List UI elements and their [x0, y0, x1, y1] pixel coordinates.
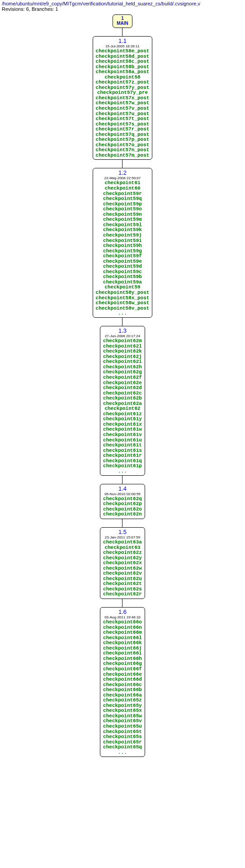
connector	[122, 519, 122, 527]
tag-label: checkpoint59f	[96, 254, 150, 259]
main-branch-box: 1 MAIN	[113, 14, 132, 28]
revision-stats: Revisions: 6, Branches: 1	[2, 6, 58, 12]
header: /home/ubuntu/mnt/e9_copy/MITgcm/verifica…	[0, 0, 245, 13]
revision-date: 23-Jan-2011 15:07:59	[103, 535, 142, 539]
connector	[122, 476, 122, 484]
tag-label: checkpoint57m_post	[96, 153, 150, 158]
tag-label: checkpoint59h	[96, 243, 150, 249]
tag-label: checkpoint65s	[103, 734, 142, 740]
tag-label: checkpoint62n	[103, 512, 142, 517]
revision-date: 09-Nov-2010 02:00:59	[103, 492, 142, 496]
file-path: /home/ubuntu/mnt/e9_copy/MITgcm/verifica…	[2, 1, 200, 6]
tag-label: checkpoint59q	[96, 196, 150, 202]
revision-box: 1.327-Jun-2008 20:17:24checkpoint62mchec…	[100, 326, 145, 476]
tag-label: checkpoint58y_post	[96, 290, 150, 296]
revision-date: 27-Jun-2008 20:17:24	[103, 334, 142, 338]
tag-label: checkpoint58w_post	[96, 301, 150, 306]
main-num: 1	[117, 16, 128, 21]
revision-number: 1.1	[96, 37, 150, 44]
revision-date: 15-Jul-2005 18:39:11	[96, 44, 150, 48]
connector	[122, 160, 122, 168]
tag-label: checkpoint62m	[103, 339, 142, 344]
tag-label: checkpoint65q	[103, 745, 142, 750]
revision-box: 1.115-Jul-2005 18:39:11checkpoint58e_pos…	[93, 36, 153, 160]
revision-date: 03-Aug-2011 19:46:10	[103, 615, 142, 619]
tag-label: checkpoint61v	[103, 432, 142, 438]
revision-number: 1.3	[103, 327, 142, 334]
tag-label: checkpoint61r	[103, 453, 142, 459]
revision-box: 1.409-Nov-2010 02:00:59checkpoint62qchec…	[100, 484, 145, 519]
tag-label: checkpoint62z	[103, 550, 142, 556]
tag-label: checkpoint63a	[103, 540, 142, 545]
tag-label: checkpoint66f	[103, 667, 142, 672]
tag-label: checkpoint62b	[103, 396, 142, 401]
tag-label: checkpoint66d	[103, 677, 142, 682]
tag-label: checkpoint65u	[103, 724, 142, 729]
connector	[122, 318, 122, 326]
tag-label: checkpoint58e_post	[96, 49, 150, 54]
tag-label: checkpoint59j	[96, 233, 150, 238]
ellipsis: ...	[103, 469, 142, 474]
revision-graph: 1 MAIN 1.115-Jul-2005 18:39:11checkpoint…	[0, 13, 245, 761]
revision-number: 1.6	[103, 608, 142, 615]
tag-label: checkpoint66m	[103, 630, 142, 636]
revision-box: 1.523-Jan-2011 15:07:59checkpoint63achec…	[100, 527, 145, 599]
revision-number: 1.2	[96, 169, 150, 176]
ellipsis: ...	[103, 750, 142, 755]
tag-label: checkpoint61t	[103, 443, 142, 448]
tag-label: checkpoint57v_post	[96, 106, 150, 111]
tag-label: checkpoint66b	[103, 687, 142, 693]
connector	[122, 28, 122, 36]
tag-label: checkpoint66o	[103, 620, 142, 625]
revision-number: 1.4	[103, 485, 142, 492]
tag-label: checkpoint62r	[103, 592, 142, 597]
revision-date: 22-May-2006 22:50:07	[96, 176, 150, 180]
revision-box: 1.222-May-2006 22:50:07checkpoint61check…	[93, 168, 153, 318]
revision-box: 1.603-Aug-2011 19:46:10checkpoint66ochec…	[100, 607, 145, 757]
tag-label: checkpoint58c_post	[96, 59, 150, 65]
revision-number: 1.5	[103, 529, 142, 535]
ellipsis: ...	[96, 311, 150, 316]
tag-label: checkpoint57t_post	[96, 116, 150, 122]
tag-label: checkpoint58a_post	[96, 70, 150, 75]
main-label: MAIN	[117, 21, 128, 26]
tag-label: checkpoint60	[96, 186, 150, 191]
tag-label: checkpoint62f	[103, 375, 142, 381]
tag-label: checkpoint62d	[103, 385, 142, 391]
connector	[122, 599, 122, 607]
